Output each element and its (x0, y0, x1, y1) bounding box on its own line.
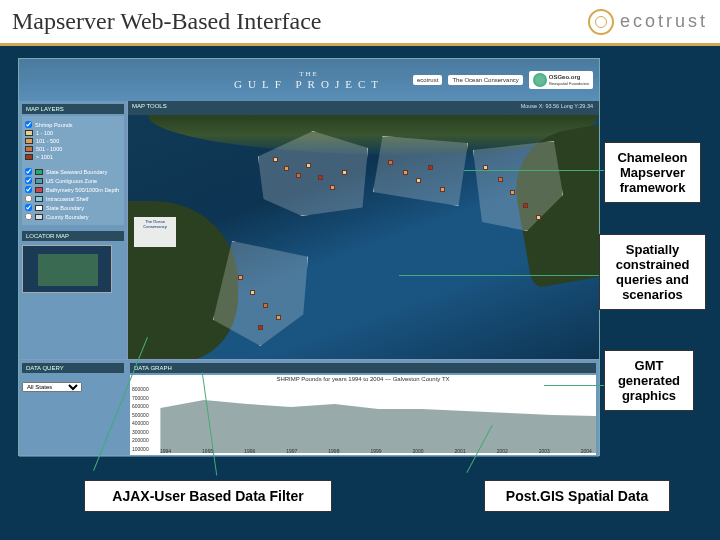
y-axis-labels: 8000007000006000005000004000003000002000… (132, 385, 149, 453)
osgeo-icon (533, 73, 547, 87)
leader-line (399, 275, 599, 276)
layer-item[interactable]: US Contiguous Zone (25, 177, 121, 184)
data-query-panel: DATA QUERY All States (19, 360, 127, 457)
svg-marker-0 (160, 400, 596, 453)
callout-framework: Chameleon Mapserver framework (604, 142, 701, 203)
mouse-readout: Mouse X: 93.56 Long Y:29.34 (171, 101, 599, 115)
layer-item[interactable]: County Boundary (25, 213, 121, 220)
layer-item[interactable]: State Boundary (25, 204, 121, 211)
tools-header: MAP TOOLS (128, 101, 171, 115)
chart-title: SHRIMP Pounds for years 1994 to 2004 — G… (130, 375, 596, 383)
conservancy-attribution: The Ocean Conservancy (134, 217, 176, 247)
layers-header: MAP LAYERS (22, 104, 124, 114)
query-header: DATA QUERY (22, 363, 124, 373)
app-titlebar: THE GULF PROJECT ecotrust The Ocean Cons… (19, 59, 599, 101)
ecotrust-mini-logo: ecotrust (413, 75, 442, 85)
osgeo-logo: OSGeo.orgGeospatial Foundation (529, 71, 593, 89)
layer-item[interactable]: Bathymetry 500/1000m Depth (25, 186, 121, 193)
query-polygon[interactable] (373, 136, 468, 206)
chart-svg (130, 383, 596, 453)
leader-line (544, 385, 604, 386)
layer-item[interactable]: Intracoastal Shelf (25, 195, 121, 202)
layers-sidebar: MAP LAYERS Shrimp Pounds 1 - 100 101 - 5… (19, 101, 127, 359)
x-axis-labels: 1994199519961997199819992000200120022003… (160, 448, 592, 454)
gulf-project-app: THE GULF PROJECT ecotrust The Ocean Cons… (18, 58, 600, 456)
callout-postgis: Post.GIS Spatial Data (484, 480, 670, 512)
state-select[interactable]: All States (22, 382, 82, 392)
timeseries-chart: SHRIMP Pounds for years 1994 to 2004 — G… (130, 375, 596, 455)
map-toolbar: MAP TOOLS Mouse X: 93.56 Long Y:29.34 (128, 101, 599, 115)
legend-item: 1 - 100 (25, 130, 121, 136)
app-title: THE GULF PROJECT (234, 70, 384, 90)
conservancy-mini-logo: The Ocean Conservancy (448, 75, 522, 85)
ecotrust-logo: ecotrust (588, 9, 708, 35)
locator-header: LOCATOR MAP (22, 231, 124, 241)
callout-ajax: AJAX-User Based Data Filter (84, 480, 332, 512)
legend-title: Shrimp Pounds (25, 121, 121, 128)
layer-list: Shrimp Pounds 1 - 100 101 - 500 501 - 10… (22, 116, 124, 225)
leader-line (464, 170, 604, 171)
page-title: Mapserver Web-Based Interface (12, 8, 321, 35)
map-viewport[interactable]: MAP TOOLS Mouse X: 93.56 Long Y:29.34 0 … (127, 101, 599, 359)
legend-item: 101 - 500 (25, 138, 121, 144)
slide-header: Mapserver Web-Based Interface ecotrust (0, 0, 720, 46)
graph-panel: DATA GRAPH SHRIMP Pounds for years 1994 … (127, 360, 599, 457)
graph-header: DATA GRAPH (130, 363, 596, 373)
callout-queries: Spatially constrained queries and scenar… (599, 234, 706, 310)
legend-item: > 1001 (25, 154, 121, 160)
partner-logos: ecotrust The Ocean Conservancy OSGeo.org… (413, 71, 593, 89)
ecotrust-logotype: ecotrust (620, 11, 708, 32)
layer-item[interactable]: State Seaward Boundary (25, 168, 121, 175)
ecotrust-icon (588, 9, 614, 35)
legend-checkbox[interactable] (25, 121, 32, 128)
callout-gmt: GMT generated graphics (604, 350, 694, 411)
locator-map[interactable] (22, 245, 112, 293)
legend-item: 501 - 1000 (25, 146, 121, 152)
